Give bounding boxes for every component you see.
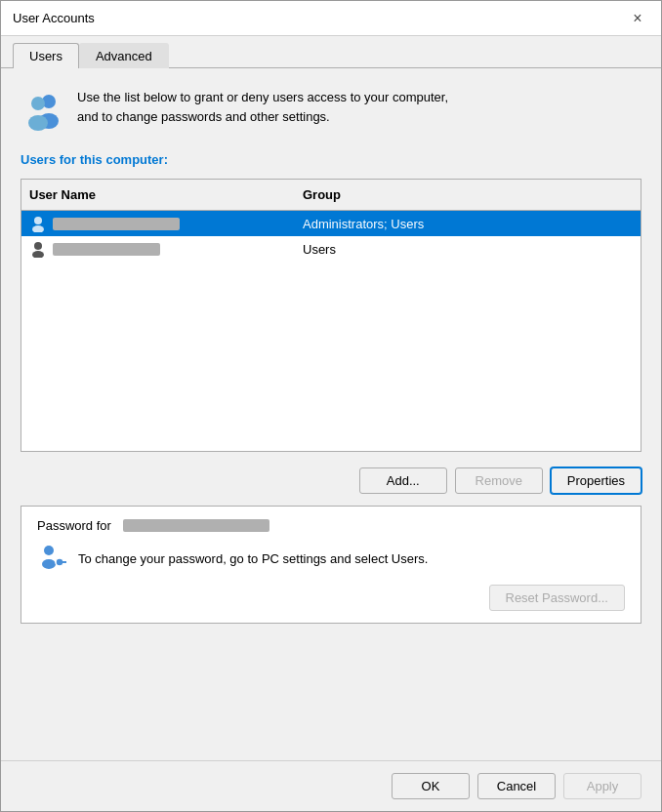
svg-point-5 [32,225,44,232]
info-box: Use the list below to grant or deny user… [21,84,641,137]
users-section-label: Users for this computer: [21,152,641,167]
group-cell: Administrators; Users [295,214,641,234]
username-redacted [53,218,180,230]
remove-button[interactable]: Remove [455,467,543,494]
username-cell [21,212,295,235]
window-title: User Accounts [13,11,95,25]
list-header: User Name Group [21,180,641,211]
ok-button[interactable]: OK [392,773,470,799]
properties-button[interactable]: Properties [551,467,641,494]
svg-point-9 [42,559,56,569]
main-content: Use the list below to grant or deny user… [1,68,661,760]
key-icon [37,543,66,575]
action-buttons: Add... Remove Properties [21,467,641,494]
user-list: User Name Group Administrators; Users [21,179,641,452]
svg-point-2 [31,97,45,110]
svg-point-8 [44,546,54,555]
add-button[interactable]: Add... [359,467,447,494]
password-username-redacted [123,519,269,532]
username-redacted [53,243,160,256]
info-text: Use the list below to grant or deny user… [77,88,448,126]
cancel-button[interactable]: Cancel [477,773,556,799]
user-accounts-dialog: User Accounts × Users Advanced [0,0,662,812]
user-icon [29,215,47,232]
tabs-bar: Users Advanced [1,36,661,68]
table-row[interactable]: Administrators; Users [21,211,641,236]
password-info: To change your password, go to PC settin… [37,543,625,575]
title-bar: User Accounts × [1,1,661,36]
svg-point-10 [56,558,63,566]
apply-button[interactable]: Apply [563,773,641,799]
svg-point-4 [34,217,42,224]
table-row[interactable]: Users [21,236,641,262]
svg-point-7 [32,251,44,258]
reset-password-button[interactable]: Reset Password... [489,585,626,611]
svg-point-6 [34,242,42,250]
password-info-text: To change your password, go to PC settin… [78,549,428,569]
svg-rect-11 [62,561,66,563]
username-cell [21,237,295,261]
tab-advanced[interactable]: Advanced [79,43,169,68]
password-button-row: Reset Password... [37,585,625,611]
password-label: Password for [37,518,625,533]
user-icon [29,240,47,258]
col-username: User Name [21,183,295,206]
tab-users[interactable]: Users [13,43,79,68]
svg-point-3 [28,115,48,131]
close-button[interactable]: × [626,7,649,30]
footer: OK Cancel Apply [1,760,661,811]
group-cell: Users [295,239,641,260]
col-group: Group [295,183,641,206]
users-icon [21,88,65,133]
password-section: Password for To change your password, go… [21,506,641,624]
